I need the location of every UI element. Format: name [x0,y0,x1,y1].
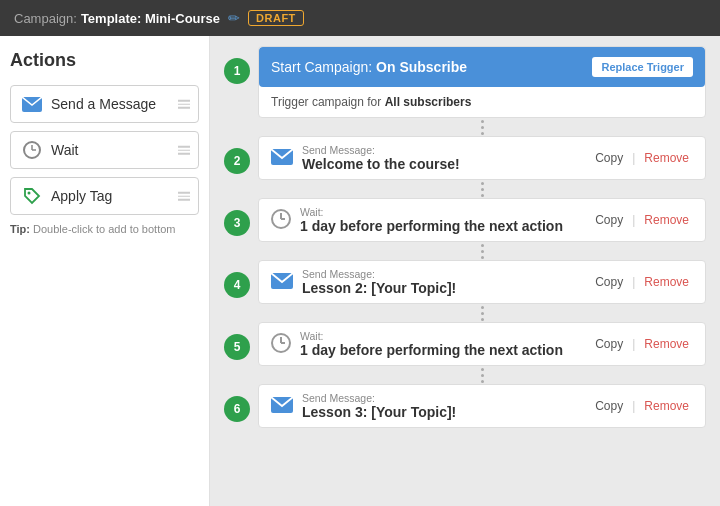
step-2-email-icon [271,149,293,168]
action-send-message[interactable]: Send a Message [10,85,199,123]
campaign-name: Template: Mini-Course [81,11,220,26]
step-4-email-icon [271,273,293,292]
connector-4 [258,304,706,322]
drag-handle-tag [178,192,190,201]
step-2-label-small: Send Message: [302,144,460,156]
step-1-card: Start Campaign: On Subscribe Replace Tri… [258,46,706,118]
step-3-card: Wait: 1 day before performing the next a… [258,198,706,242]
tip-text: Tip: Double-click to add to bottom [10,223,199,235]
connector-3 [258,242,706,260]
tag-icon [21,188,43,204]
step-6-remove-button[interactable]: Remove [640,397,693,415]
step-4-label-small: Send Message: [302,268,456,280]
step-6-email-icon [271,397,293,416]
connector-5 [258,366,706,384]
step-3-remove-button[interactable]: Remove [640,211,693,229]
step-2-copy-button[interactable]: Copy [591,149,627,167]
step-6-circle: 6 [224,396,250,422]
drag-handle-wait [178,146,190,155]
step-6-copy-button[interactable]: Copy [591,397,627,415]
action-wait[interactable]: Wait [10,131,199,169]
step-3-circle: 3 [224,210,250,236]
campaign-prefix: Campaign: [14,11,77,26]
action-apply-tag[interactable]: Apply Tag [10,177,199,215]
action-wait-label: Wait [51,142,78,158]
step-3-copy-button[interactable]: Copy [591,211,627,229]
step-1-circle: 1 [224,58,250,84]
content-area: 1 Start Campaign: On Subscribe Replace T… [210,36,720,506]
action-send-message-label: Send a Message [51,96,156,112]
sidebar-title: Actions [10,50,199,71]
step-4-remove-button[interactable]: Remove [640,273,693,291]
step-6-card: Send Message: Lesson 3: [Your Topic]! Co… [258,384,706,428]
step-3-label-small: Wait: [300,206,563,218]
step-5-card: Wait: 1 day before performing the next a… [258,322,706,366]
step-4-circle: 4 [224,272,250,298]
step-3-label-main: 1 day before performing the next action [300,218,563,234]
step-5-copy-button[interactable]: Copy [591,335,627,353]
trigger-card: Start Campaign: On Subscribe Replace Tri… [259,47,705,87]
step-4-row: 4 Send Message: Lesson 2: [Your Topic]! [224,260,706,304]
step-5-label-small: Wait: [300,330,563,342]
connector-1 [258,118,706,136]
tip-content: Double-click to add to bottom [33,223,175,235]
trigger-sub: Trigger campaign for All subscribers [259,87,705,117]
step-3-row: 3 Wait: [224,198,706,242]
header: Campaign: Template: Mini-Course ✏ DRAFT [0,0,720,36]
tip-label: Tip: [10,223,30,235]
svg-point-4 [28,192,31,195]
replace-trigger-button[interactable]: Replace Trigger [592,57,693,77]
step-2-card: Send Message: Welcome to the course! Cop… [258,136,706,180]
drag-handle [178,100,190,109]
step-3-clock-icon [271,209,291,232]
sidebar: Actions Send a Message [0,36,210,506]
step-1-row: 1 Start Campaign: On Subscribe Replace T… [224,46,706,118]
clock-icon [21,142,43,158]
main-layout: Actions Send a Message [0,36,720,506]
edit-icon[interactable]: ✏ [228,10,240,26]
step-2-label-main: Welcome to the course! [302,156,460,172]
step-6-label-small: Send Message: [302,392,456,404]
draft-badge: DRAFT [248,10,304,26]
step-4-label-main: Lesson 2: [Your Topic]! [302,280,456,296]
step-4-card: Send Message: Lesson 2: [Your Topic]! Co… [258,260,706,304]
step-4-copy-button[interactable]: Copy [591,273,627,291]
step-5-row: 5 Wait: [224,322,706,366]
step-2-circle: 2 [224,148,250,174]
step-2-row: 2 Send Message: Welcome to the course! [224,136,706,180]
step-5-remove-button[interactable]: Remove [640,335,693,353]
step-2-remove-button[interactable]: Remove [640,149,693,167]
connector-2 [258,180,706,198]
trigger-title: Start Campaign: On Subscribe [271,59,467,75]
step-6-label-main: Lesson 3: [Your Topic]! [302,404,456,420]
action-apply-tag-label: Apply Tag [51,188,112,204]
step-5-circle: 5 [224,334,250,360]
step-6-row: 6 Send Message: Lesson 3: [Your Topic]! [224,384,706,428]
email-icon [21,96,43,112]
step-5-label-main: 1 day before performing the next action [300,342,563,358]
step-5-clock-icon [271,333,291,356]
